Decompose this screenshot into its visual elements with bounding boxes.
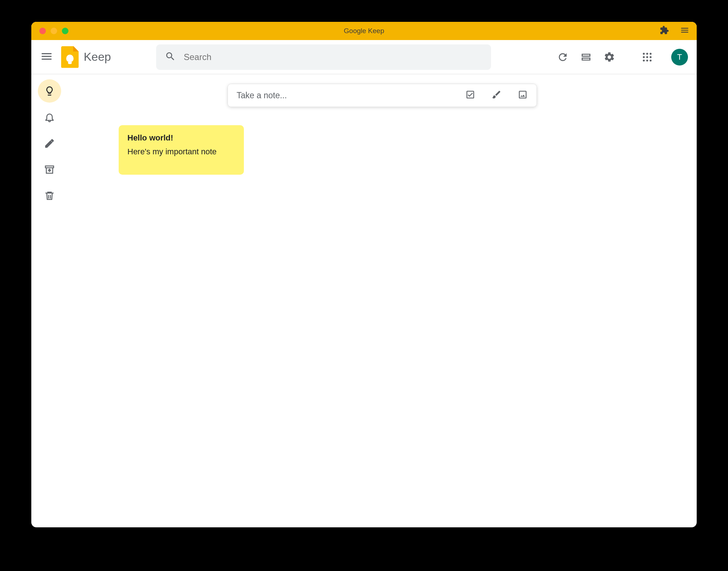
- sidebar: [31, 74, 68, 527]
- lightbulb-icon: [44, 86, 55, 96]
- app-name: Keep: [84, 50, 111, 64]
- note-title: Hello world!: [127, 133, 235, 143]
- sidebar-item-edit-labels[interactable]: [38, 132, 61, 155]
- sidebar-item-notes[interactable]: [38, 79, 61, 103]
- bell-icon: [44, 112, 55, 123]
- svg-point-6: [643, 59, 645, 61]
- search-icon: [165, 51, 176, 63]
- note-body: Here's my important note: [127, 147, 235, 156]
- settings-button[interactable]: [604, 51, 615, 63]
- svg-point-4: [646, 56, 648, 58]
- svg-point-2: [650, 53, 652, 55]
- main-menu-button[interactable]: [40, 50, 53, 64]
- window-maximize-button[interactable]: [62, 28, 68, 34]
- trash-icon: [44, 190, 55, 201]
- search-input[interactable]: [184, 52, 482, 62]
- note-card[interactable]: Hello world! Here's my important note: [119, 125, 244, 175]
- sidebar-item-trash[interactable]: [38, 184, 61, 207]
- svg-point-3: [643, 56, 645, 58]
- refresh-button[interactable]: [557, 51, 569, 63]
- window-minimize-button[interactable]: [51, 28, 57, 34]
- new-image-note-button[interactable]: [518, 90, 528, 101]
- google-apps-button[interactable]: [641, 51, 653, 63]
- svg-point-8: [650, 59, 652, 61]
- app-window: Google Keep Keep: [31, 22, 697, 527]
- window-close-button[interactable]: [39, 28, 46, 34]
- account-avatar[interactable]: T: [671, 49, 688, 66]
- notes-grid: Hello world! Here's my important note: [82, 125, 682, 175]
- sidebar-item-reminders[interactable]: [38, 106, 61, 129]
- window-titlebar: Google Keep: [31, 22, 697, 40]
- svg-point-5: [650, 56, 652, 58]
- pencil-icon: [44, 138, 55, 149]
- take-note-placeholder: Take a note...: [237, 91, 460, 100]
- app-header: Keep T: [31, 40, 697, 74]
- window-title: Google Keep: [344, 27, 384, 35]
- browser-menu-icon[interactable]: [680, 25, 689, 36]
- extensions-icon[interactable]: [660, 25, 669, 36]
- svg-rect-9: [46, 166, 54, 168]
- take-note-bar[interactable]: Take a note...: [228, 84, 537, 107]
- new-drawing-button[interactable]: [491, 90, 502, 101]
- search-box[interactable]: [156, 44, 491, 70]
- svg-point-1: [646, 53, 648, 55]
- main-content: Take a note... Hello world! Here': [68, 74, 697, 527]
- new-list-button[interactable]: [465, 90, 475, 101]
- window-controls: [31, 28, 68, 34]
- logo-area[interactable]: Keep: [61, 46, 111, 68]
- keep-logo-icon: [61, 46, 79, 68]
- list-view-button[interactable]: [580, 51, 592, 63]
- svg-point-0: [643, 53, 645, 55]
- sidebar-item-archive[interactable]: [38, 158, 61, 181]
- svg-point-7: [646, 59, 648, 61]
- archive-icon: [44, 164, 55, 175]
